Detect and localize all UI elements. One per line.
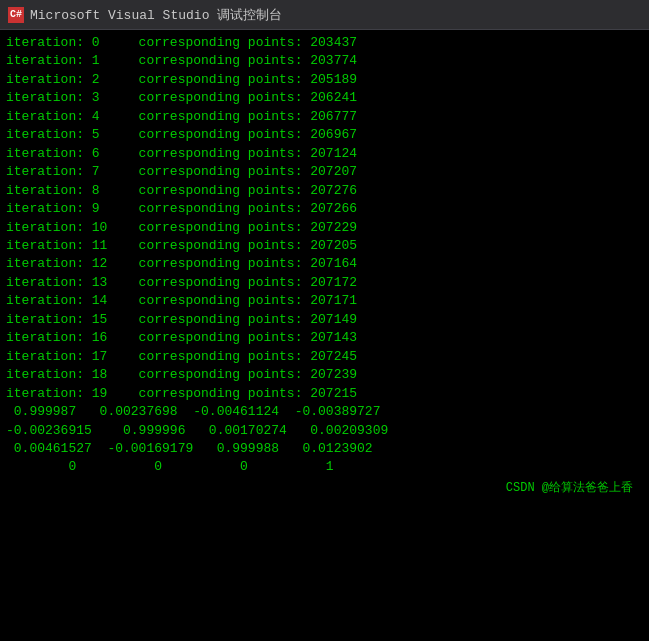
console-line: iteration: 16 corresponding points: 2071… <box>6 329 643 347</box>
console-line: iteration: 6 corresponding points: 20712… <box>6 145 643 163</box>
watermark-text: CSDN @给算法爸爸上香 <box>6 479 643 496</box>
console-line: iteration: 7 corresponding points: 20720… <box>6 163 643 181</box>
console-line: iteration: 12 corresponding points: 2071… <box>6 255 643 273</box>
console-line: iteration: 9 corresponding points: 20726… <box>6 200 643 218</box>
console-line: iteration: 13 corresponding points: 2071… <box>6 274 643 292</box>
console-line: iteration: 10 corresponding points: 2072… <box>6 219 643 237</box>
console-line: iteration: 19 corresponding points: 2072… <box>6 385 643 403</box>
window-title: Microsoft Visual Studio 调试控制台 <box>30 6 282 24</box>
console-line: iteration: 5 corresponding points: 20696… <box>6 126 643 144</box>
console-line: iteration: 1 corresponding points: 20377… <box>6 52 643 70</box>
console-line: iteration: 3 corresponding points: 20624… <box>6 89 643 107</box>
console-line: 0 0 0 1 <box>6 458 643 476</box>
console-lines: iteration: 0 corresponding points: 20343… <box>6 34 643 477</box>
console-line: iteration: 0 corresponding points: 20343… <box>6 34 643 52</box>
console-line: iteration: 18 corresponding points: 2072… <box>6 366 643 384</box>
app-icon: C# <box>8 7 24 23</box>
console-line: iteration: 17 corresponding points: 2072… <box>6 348 643 366</box>
console-output: iteration: 0 corresponding points: 20343… <box>0 30 649 641</box>
console-line: iteration: 8 corresponding points: 20727… <box>6 182 643 200</box>
console-line: iteration: 15 corresponding points: 2071… <box>6 311 643 329</box>
console-line: iteration: 2 corresponding points: 20518… <box>6 71 643 89</box>
console-line: 0.00461527 -0.00169179 0.999988 0.012390… <box>6 440 643 458</box>
console-line: iteration: 11 corresponding points: 2072… <box>6 237 643 255</box>
app-icon-text: C# <box>10 9 22 20</box>
title-bar: C# Microsoft Visual Studio 调试控制台 <box>0 0 649 30</box>
console-line: iteration: 4 corresponding points: 20677… <box>6 108 643 126</box>
console-line: -0.00236915 0.999996 0.00170274 0.002093… <box>6 422 643 440</box>
console-line: iteration: 14 corresponding points: 2071… <box>6 292 643 310</box>
console-line: 0.999987 0.00237698 -0.00461124 -0.00389… <box>6 403 643 421</box>
